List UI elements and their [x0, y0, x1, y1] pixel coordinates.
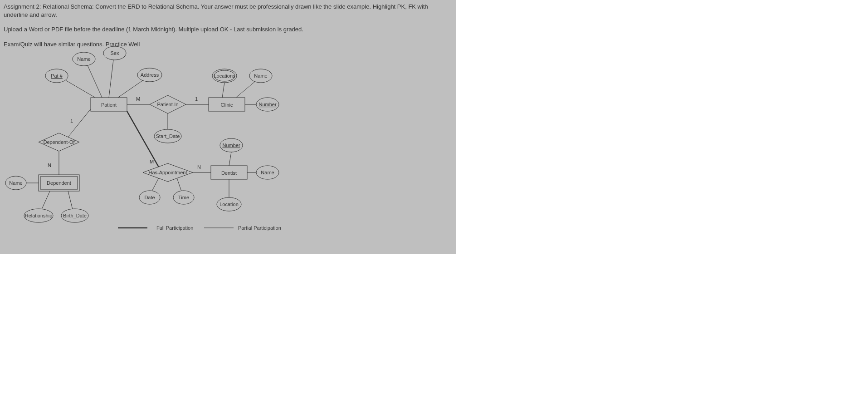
- cardinality-dependent-n: N: [48, 163, 51, 168]
- edge-address-patient: [118, 80, 143, 98]
- attr-clinic-name-label: Name: [254, 73, 267, 79]
- background-panel: Assignment 2: Relational Schema: Convert…: [0, 0, 456, 254]
- attr-time-label: Time: [178, 195, 189, 200]
- edge-date-appt: [152, 178, 159, 191]
- edge-bdate-dependent: [68, 191, 73, 209]
- edge-clinicname-clinic: [236, 81, 255, 98]
- edge-rel-dependent: [42, 191, 50, 209]
- cardinality-appt-m: M: [150, 159, 154, 164]
- instruction-line-2: Upload a Word or PDF file before the dea…: [4, 25, 448, 34]
- entity-dentist-label: Dentist: [221, 170, 237, 176]
- edge-time-appt: [177, 178, 181, 191]
- instruction-line-1: Assignment 2: Relational Schema: Convert…: [4, 3, 448, 19]
- entity-clinic-label: Clinic: [221, 102, 233, 108]
- attr-dentist-number-label: Number: [222, 143, 240, 148]
- relationship-patient-in-label: Patient-In: [157, 102, 178, 107]
- edge-locations-clinic: [222, 83, 224, 98]
- cardinality-appt-n: N: [197, 164, 201, 170]
- cardinality-patient-m: M: [136, 96, 140, 102]
- edge-name-patient: [88, 65, 102, 98]
- attr-date-label: Date: [144, 195, 155, 200]
- attr-pat-no-label: Pat #: [51, 73, 63, 79]
- attr-start-date-label: Start_Date: [156, 133, 180, 139]
- attr-patient-name-label: Name: [77, 56, 90, 62]
- attr-relationship-label: Relationship: [25, 213, 53, 218]
- relationship-dependent-of-label: Dependent-Of: [43, 139, 75, 145]
- attr-dentist-location-label: Location: [219, 202, 239, 207]
- entity-patient-label: Patient: [101, 102, 117, 108]
- attr-clinic-number-label: Number: [258, 102, 276, 107]
- entity-dependent-label: Dependent: [47, 180, 71, 186]
- attr-dependent-name-label: Name: [9, 180, 22, 186]
- attr-dentist-name-label: Name: [261, 170, 274, 175]
- erd-diagram: Patient Pat # Name Sex Address Patient-I…: [0, 41, 290, 236]
- edge-dentistnum-dentist: [229, 152, 231, 166]
- cardinality-clinic-1: 1: [195, 96, 198, 102]
- legend-full-label: Full Participation: [156, 225, 193, 231]
- edge-patno-patient: [66, 80, 95, 98]
- attr-sex-label: Sex: [111, 50, 119, 56]
- edge-sex-patient: [109, 60, 113, 98]
- attr-locations-label: Locations: [214, 73, 235, 79]
- attr-address-label: Address: [141, 72, 159, 78]
- relationship-has-appointment-label: Has-Appointment: [149, 170, 187, 175]
- legend-partial-label: Partial Participation: [238, 225, 281, 231]
- attr-birth-date-label: Birth_Date: [63, 213, 87, 218]
- edge-patient-hasappt: [127, 111, 159, 167]
- cardinality-patient-1: 1: [70, 118, 73, 123]
